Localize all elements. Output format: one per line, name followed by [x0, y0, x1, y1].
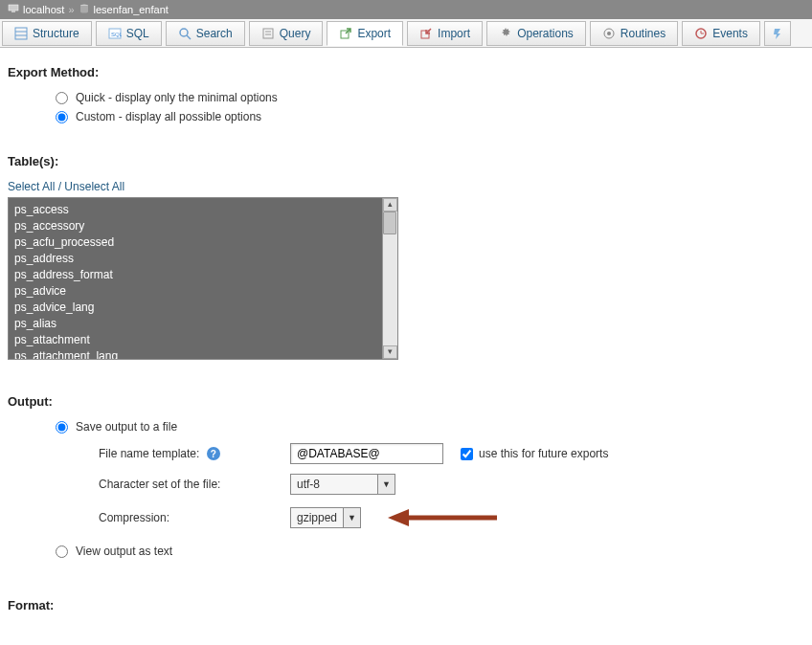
use-future-label: use this for future exports: [479, 447, 608, 460]
select-all-link[interactable]: Select All / Unselect All: [8, 180, 124, 193]
tab-events-label: Events: [712, 27, 748, 40]
tables-list-content[interactable]: ps_access ps_accessory ps_acfu_processed…: [9, 198, 382, 359]
list-item[interactable]: ps_attachment_lang: [14, 348, 376, 359]
format-title: Format:: [8, 598, 804, 612]
tab-sql[interactable]: SQL SQL: [96, 21, 162, 46]
tab-import[interactable]: Import: [407, 21, 483, 46]
structure-icon: [14, 27, 28, 40]
export-icon: [339, 27, 352, 40]
tab-sql-label: SQL: [126, 27, 149, 40]
svg-point-8: [180, 29, 188, 36]
svg-text:SQL: SQL: [111, 32, 122, 37]
routines-icon: [602, 27, 616, 40]
events-icon: [694, 27, 708, 40]
svg-rect-1: [11, 11, 15, 12]
tab-routines-label: Routines: [620, 27, 665, 40]
main-content: Export Method: Quick - display only the …: [0, 48, 812, 634]
compression-value: gzipped: [291, 511, 343, 524]
export-method-title: Export Method:: [8, 65, 804, 79]
file-template-label: File name template:: [99, 447, 199, 460]
tab-export[interactable]: Export: [327, 21, 403, 46]
svg-marker-21: [388, 509, 409, 526]
svg-point-16: [607, 32, 611, 35]
list-item[interactable]: ps_advice: [14, 283, 376, 300]
scroll-down-button[interactable]: ▾: [383, 345, 397, 359]
list-item[interactable]: ps_address_format: [14, 267, 376, 283]
breadcrumb: localhost » lesenfan_enfant: [0, 0, 812, 19]
triggers-icon: [771, 27, 784, 40]
tab-routines[interactable]: Routines: [590, 21, 678, 46]
tab-structure[interactable]: Structure: [2, 21, 92, 46]
sql-icon: SQL: [108, 27, 122, 40]
tab-export-label: Export: [357, 27, 391, 40]
custom-label: Custom - display all possible options: [76, 110, 261, 123]
tab-query[interactable]: Query: [249, 21, 324, 46]
breadcrumb-sep: »: [68, 4, 74, 15]
charset-value: utf-8: [291, 478, 377, 491]
file-template-input[interactable]: [290, 443, 443, 464]
radio-view-text[interactable]: [56, 545, 68, 558]
svg-line-9: [187, 35, 191, 39]
svg-rect-0: [9, 5, 18, 11]
annotation-arrow: [384, 504, 499, 531]
chevron-down-icon: ▼: [377, 475, 395, 494]
tab-overflow[interactable]: [764, 21, 791, 46]
tab-bar: Structure SQL SQL Search Query Export Im…: [0, 19, 812, 48]
compression-label: Compression:: [99, 511, 290, 524]
list-item[interactable]: ps_address: [14, 251, 376, 267]
tables-listbox[interactable]: ps_access ps_accessory ps_acfu_processed…: [8, 197, 398, 360]
tab-operations[interactable]: Operations: [486, 21, 586, 46]
tab-structure-label: Structure: [33, 27, 79, 40]
list-item[interactable]: ps_advice_lang: [14, 300, 376, 316]
help-icon[interactable]: ?: [207, 447, 220, 460]
svg-rect-10: [263, 29, 273, 38]
charset-label: Character set of the file:: [99, 478, 290, 491]
list-item[interactable]: ps_attachment: [14, 332, 376, 348]
svg-rect-3: [15, 28, 27, 39]
tab-operations-label: Operations: [517, 27, 574, 40]
list-item[interactable]: ps_alias: [14, 316, 376, 332]
radio-save-file[interactable]: [56, 421, 68, 434]
list-item[interactable]: ps_accessory: [14, 218, 376, 234]
view-text-label: View output as text: [76, 545, 172, 558]
database-icon: [79, 3, 90, 16]
tab-query-label: Query: [280, 27, 311, 40]
output-title: Output:: [8, 394, 804, 409]
import-icon: [419, 27, 433, 40]
scroll-up-button[interactable]: ▴: [383, 198, 397, 211]
radio-quick[interactable]: [56, 92, 68, 104]
scroll-thumb[interactable]: [383, 211, 396, 234]
use-future-checkbox[interactable]: [461, 448, 473, 460]
list-item[interactable]: ps_acfu_processed: [14, 234, 376, 251]
listbox-scrollbar[interactable]: ▴ ▾: [382, 198, 397, 359]
save-file-label: Save output to a file: [76, 420, 177, 434]
search-icon: [178, 27, 192, 40]
query-icon: [261, 27, 275, 40]
breadcrumb-server[interactable]: localhost: [23, 4, 64, 15]
server-icon: [8, 3, 19, 16]
tab-search[interactable]: Search: [166, 21, 245, 46]
compression-select[interactable]: gzipped ▼: [290, 507, 361, 528]
breadcrumb-db[interactable]: lesenfan_enfant: [94, 4, 169, 15]
operations-icon: [499, 27, 512, 40]
quick-label: Quick - display only the minimal options: [76, 91, 278, 104]
list-item[interactable]: ps_access: [14, 202, 376, 218]
chevron-down-icon: ▼: [343, 508, 360, 527]
tab-search-label: Search: [196, 27, 233, 40]
tab-import-label: Import: [438, 27, 470, 40]
charset-select[interactable]: utf-8 ▼: [290, 474, 395, 495]
radio-custom[interactable]: [56, 111, 68, 123]
tables-title: Table(s):: [8, 154, 804, 168]
tab-events[interactable]: Events: [682, 21, 760, 46]
